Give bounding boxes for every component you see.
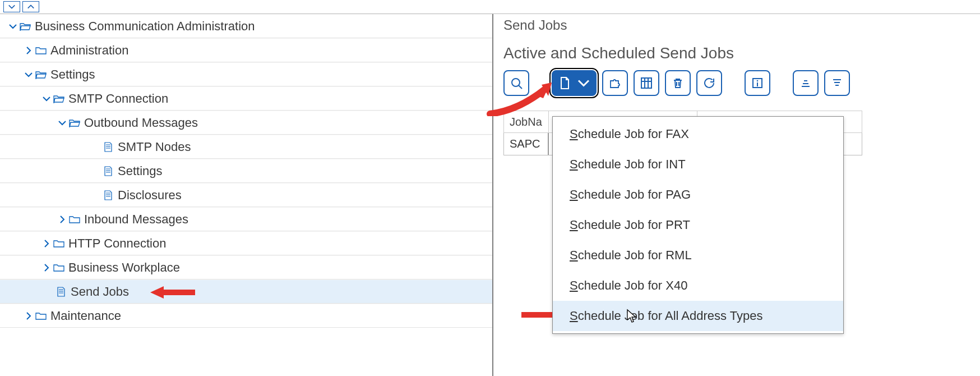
tree-item-settings[interactable]: Settings xyxy=(0,62,492,86)
tree-item-http[interactable]: HTTP Connection xyxy=(0,231,492,255)
tree-item-disclosures[interactable]: Disclosures xyxy=(0,183,492,207)
top-toolbar xyxy=(0,0,980,14)
folder-open-icon xyxy=(53,94,65,103)
folder-icon xyxy=(35,311,47,320)
tree-label: SMTP Nodes xyxy=(114,140,191,154)
tree-item-maintenance[interactable]: Maintenance xyxy=(0,304,492,328)
folder-open-icon xyxy=(68,118,81,127)
folder-open-icon xyxy=(35,70,47,79)
delete-button[interactable] xyxy=(665,70,691,96)
tree-label: Send Jobs xyxy=(67,285,129,299)
chevron-right-icon[interactable] xyxy=(56,215,68,224)
menu-item-fax[interactable]: Schedule Job for FAX xyxy=(553,119,843,149)
document-icon xyxy=(102,190,114,200)
chevron-down-icon[interactable] xyxy=(3,1,20,12)
chevron-right-icon[interactable] xyxy=(40,263,53,272)
tree-label: Outbound Messages xyxy=(81,116,198,130)
schedule-job-menu: Schedule Job for FAX Schedule Job for IN… xyxy=(552,116,844,334)
chevron-up-icon[interactable] xyxy=(22,1,39,12)
tree-item-administration[interactable]: Administration xyxy=(0,38,492,62)
tree-label: Business Workplace xyxy=(65,260,180,275)
tree-item-bca[interactable]: Business Communication Administration xyxy=(0,14,492,38)
chevron-down-icon[interactable] xyxy=(56,118,68,127)
tree-label: Administration xyxy=(47,43,128,58)
tree-item-outbound[interactable]: Outbound Messages xyxy=(0,111,492,135)
chevron-down-icon[interactable] xyxy=(7,22,19,31)
chevron-right-icon[interactable] xyxy=(22,311,35,320)
menu-item-pag[interactable]: Schedule Job for PAG xyxy=(553,180,843,210)
tree-item-smtp-nodes[interactable]: SMTP Nodes xyxy=(0,135,492,159)
menu-item-prt[interactable]: Schedule Job for PRT xyxy=(553,210,843,240)
menu-item-rml[interactable]: Schedule Job for RML xyxy=(553,240,843,270)
document-icon xyxy=(102,142,114,152)
svg-rect-2 xyxy=(641,78,651,88)
info-button[interactable] xyxy=(745,70,770,96)
svg-point-0 xyxy=(512,79,520,86)
sort-desc-button[interactable] xyxy=(824,70,850,96)
tree-item-settings2[interactable]: Settings xyxy=(0,159,492,183)
nav-tree: Business Communication Administration Ad… xyxy=(0,14,493,376)
refresh-button[interactable] xyxy=(696,70,722,96)
menu-item-int[interactable]: Schedule Job for INT xyxy=(553,149,843,180)
puzzle-button[interactable] xyxy=(602,70,628,96)
chevron-right-icon[interactable] xyxy=(22,46,35,55)
svg-line-1 xyxy=(519,85,522,89)
page-title: Send Jobs xyxy=(503,14,980,36)
tree-label: Inbound Messages xyxy=(81,212,188,227)
tree-label: Maintenance xyxy=(47,309,121,323)
folder-icon xyxy=(35,46,47,55)
folder-icon xyxy=(68,215,81,224)
folder-open-icon xyxy=(19,22,31,31)
document-icon xyxy=(102,166,114,176)
tree-label: SMTP Connection xyxy=(65,91,168,106)
sort-asc-button[interactable] xyxy=(793,70,819,96)
cell-jobname: SAPC xyxy=(504,133,549,155)
tree-label: HTTP Connection xyxy=(65,236,166,251)
tree-item-smtp[interactable]: SMTP Connection xyxy=(0,86,492,111)
folder-icon xyxy=(53,239,65,248)
chevron-right-icon[interactable] xyxy=(40,239,53,248)
tree-label: Settings xyxy=(47,67,95,82)
section-title: Active and Scheduled Send Jobs xyxy=(503,36,980,70)
menu-item-all-address-types[interactable]: Schedule Job for All Address Types xyxy=(553,301,843,331)
column-jobname[interactable]: JobNa xyxy=(504,111,549,132)
content-pane: Send Jobs Active and Scheduled Send Jobs xyxy=(493,14,980,376)
columns-button[interactable] xyxy=(634,70,659,96)
chevron-down-icon[interactable] xyxy=(40,94,53,103)
tree-label: Business Communication Administration xyxy=(31,19,255,34)
create-dropdown-button[interactable] xyxy=(552,70,597,96)
folder-icon xyxy=(53,263,65,272)
svg-point-7 xyxy=(757,80,759,82)
table-toolbar xyxy=(503,70,980,96)
tree-label: Disclosures xyxy=(114,188,182,203)
tree-item-workplace[interactable]: Business Workplace xyxy=(0,255,492,279)
tree-label: Settings xyxy=(114,164,163,178)
menu-item-x40[interactable]: Schedule Job for X40 xyxy=(553,270,843,301)
tree-item-sendjobs[interactable]: Send Jobs xyxy=(0,279,492,304)
document-icon xyxy=(55,287,67,297)
chevron-down-icon[interactable] xyxy=(22,70,35,79)
detail-button[interactable] xyxy=(503,70,529,96)
tree-item-inbound[interactable]: Inbound Messages xyxy=(0,207,492,231)
